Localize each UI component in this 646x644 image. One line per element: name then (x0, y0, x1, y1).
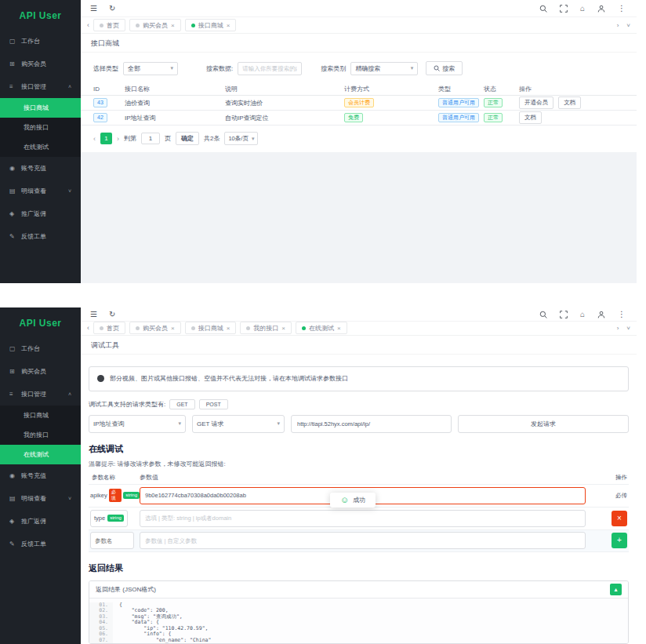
next-page-icon[interactable]: › (117, 135, 119, 143)
breadcrumb: 调试工具 (81, 336, 637, 355)
sidebar-item-api-market[interactable]: 接口商城 (0, 406, 81, 425)
sidebar-item-workbench[interactable]: ▢工作台 (0, 30, 81, 53)
tab-buy-membership[interactable]: 购买会员× (129, 19, 181, 31)
tab-close-icon[interactable]: × (171, 22, 175, 29)
sidebar-item-online-test[interactable]: 在线测试 (0, 445, 81, 464)
api-select[interactable]: IP地址查询▾ (89, 415, 186, 433)
sidebar-item-my-apis[interactable]: 我的接口 (0, 425, 81, 445)
search-category-select[interactable]: 精确搜索▾ (350, 62, 418, 75)
sidebar-submenu: 接口商城 我的接口 在线测试 (0, 98, 81, 157)
topbar: ☰ ↻ ⌂ ⋮ (81, 307, 637, 322)
search-icon[interactable] (539, 5, 547, 13)
sidebar-item-account-recharge[interactable]: ◉账号充值 (0, 464, 81, 487)
app-logo: API User (0, 307, 81, 337)
sidebar-item-label: 接口管理 (21, 390, 46, 398)
search-icon[interactable] (539, 311, 547, 318)
open-membership-button[interactable]: 开通会员 (519, 96, 553, 109)
tab-close-icon[interactable]: × (171, 325, 175, 332)
page-1-button[interactable]: 1 (100, 133, 112, 144)
new-param-value-input[interactable] (140, 532, 586, 549)
type-select[interactable]: 全部▾ (123, 62, 178, 75)
more-icon[interactable]: ⋮ (618, 311, 626, 318)
menu-icon[interactable]: ☰ (90, 311, 97, 318)
doc-button[interactable]: 文档 (519, 111, 542, 124)
request-type-label: 调试工具支持的请求类型有: (89, 400, 165, 409)
fullscreen-icon[interactable] (560, 311, 568, 318)
tab-api-market[interactable]: 接口商城× (185, 19, 237, 31)
send-request-button[interactable]: 发起请求 (458, 415, 629, 433)
confirm-button[interactable]: 确定 (176, 132, 199, 145)
tab-my-apis[interactable]: 我的接口× (240, 322, 292, 334)
tabs-menu-icon[interactable]: ˅ (626, 22, 630, 29)
param-required-label: 必传 (593, 492, 629, 500)
type-value-input[interactable] (140, 510, 586, 527)
delete-param-button[interactable]: × (612, 511, 627, 526)
tab-home[interactable]: 首页 (93, 322, 125, 334)
page: API User ▢工作台 ⊞购买会员 ≡接口管理˄ 接口商城 我的接口 在线测… (0, 0, 646, 644)
sidebar-item-promotion-rebate[interactable]: ◈推广返佣 (0, 510, 81, 533)
refresh-icon[interactable]: ↻ (109, 311, 115, 318)
post-button[interactable]: POST (199, 399, 228, 409)
sidebar-nav: ▢工作台 ⊞购买会员 ≡接口管理˄ 接口商城 我的接口 在线测试 ◉账号充值 ▤… (0, 337, 81, 555)
page-jump-input[interactable] (141, 133, 160, 144)
sidebar-item-buy-membership[interactable]: ⊞购买会员 (0, 360, 81, 383)
fullscreen-icon[interactable] (560, 5, 568, 13)
home-icon[interactable]: ⌂ (580, 5, 585, 13)
tab-close-icon[interactable]: × (227, 325, 230, 332)
tab-online-test[interactable]: 在线测试× (296, 322, 347, 334)
tab-api-market[interactable]: 接口商城× (185, 322, 237, 334)
tab-buy-membership[interactable]: 购买会员× (129, 322, 181, 334)
tab-close-icon[interactable]: × (281, 325, 285, 332)
add-param-button[interactable]: + (612, 533, 627, 548)
user-icon[interactable] (597, 5, 605, 13)
tab-close-icon[interactable]: × (227, 22, 230, 29)
more-icon[interactable]: ⋮ (618, 5, 626, 13)
sidebar-item-api-management[interactable]: ≡接口管理˄ (0, 75, 81, 98)
page-size-select[interactable]: 10条/页▾ (224, 132, 258, 145)
home-icon[interactable]: ⌂ (580, 311, 585, 318)
tabbar: ‹ 首页 购买会员× 接口商城× 我的接口× 在线测试× › ˅ (81, 322, 637, 335)
chevron-down-icon: ▾ (411, 65, 414, 71)
user-icon[interactable] (597, 311, 605, 318)
sidebar-item-api-market[interactable]: 接口商城 (0, 98, 81, 118)
sidebar-item-online-test[interactable]: 在线测试 (0, 137, 81, 157)
sidebar-item-buy-membership[interactable]: ⊞购买会员 (0, 53, 81, 75)
menu-icon[interactable]: ☰ (90, 5, 97, 13)
sidebar-item-feedback-ticket[interactable]: ✎反馈工单 (0, 533, 81, 555)
search-button[interactable]: 搜索 (426, 61, 463, 75)
new-param-name-input[interactable] (90, 532, 134, 549)
success-toast: ☺ 成功 (330, 493, 376, 508)
topbar-right: ⌂ ⋮ (527, 311, 626, 318)
sidebar-item-workbench[interactable]: ▢工作台 (0, 337, 81, 360)
tabs-menu-icon[interactable]: ˅ (626, 325, 630, 332)
topbar: ☰ ↻ ⌂ ⋮ (81, 0, 637, 17)
tabs-next-icon[interactable]: › (617, 22, 619, 29)
billing-badge: 免费 (344, 113, 363, 122)
result-panel: 返回结果 (JSON格式) ▴ 01.{ 02. "code": 200, 03… (89, 580, 629, 644)
cart-icon: ⊞ (9, 60, 16, 67)
get-button[interactable]: GET (169, 399, 194, 409)
collapse-button[interactable]: ▴ (610, 584, 622, 595)
sidebar-item-account-recharge[interactable]: ◉账号充值 (0, 157, 81, 180)
goto-label: 到第 (124, 134, 136, 143)
tabs-prev-icon[interactable]: ‹ (87, 21, 89, 29)
screenshot-online-test: API User ▢工作台 ⊞购买会员 ≡接口管理˄ 接口商城 我的接口 在线测… (0, 307, 637, 644)
doc-button[interactable]: 文档 (558, 96, 581, 109)
tabs-next-icon[interactable]: › (617, 325, 619, 332)
tab-close-icon[interactable]: × (337, 325, 341, 332)
type-badge: 普通用户可用 (438, 113, 479, 122)
sidebar-item-feedback-ticket[interactable]: ✎反馈工单 (0, 225, 81, 248)
notice-text: 部分视频、图片或其他接口报错、空值并不代表无法对接，请在本地调试请求参数接口 (110, 374, 348, 383)
sidebar-item-my-apis[interactable]: 我的接口 (0, 118, 81, 137)
search-data-input[interactable] (238, 62, 302, 75)
method-select[interactable]: GET 请求▾ (192, 415, 285, 433)
sidebar-item-api-management[interactable]: ≡接口管理˄ (0, 383, 81, 406)
tabs-prev-icon[interactable]: ‹ (87, 324, 89, 332)
tab-home[interactable]: 首页 (93, 19, 125, 31)
sidebar-item-detail-view[interactable]: ▤明细查看˅ (0, 180, 81, 202)
sidebar-item-promotion-rebate[interactable]: ◈推广返佣 (0, 202, 81, 225)
sidebar-item-detail-view[interactable]: ▤明细查看˅ (0, 487, 81, 510)
refresh-icon[interactable]: ↻ (109, 5, 115, 13)
prev-page-icon[interactable]: ‹ (93, 135, 96, 143)
request-url-input[interactable] (291, 415, 452, 433)
